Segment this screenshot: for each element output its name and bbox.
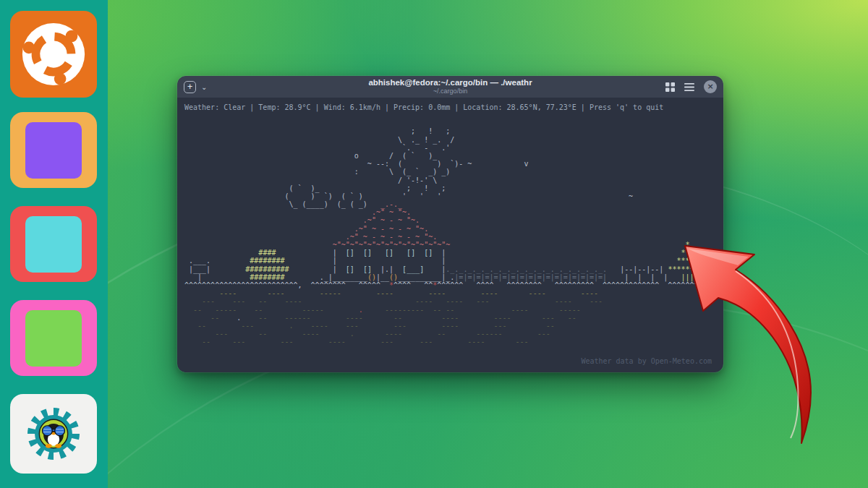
purple-square-app-icon [10, 112, 97, 188]
green-square [25, 310, 82, 367]
terminal-screen[interactable]: Weather: Clear | Temp: 28.9°C | Wind: 6.… [177, 98, 723, 372]
itsfoss-logo-icon [10, 394, 97, 474]
new-tab-button[interactable]: + [184, 81, 196, 93]
cyan-square-app-icon [10, 206, 97, 282]
weather-status-line: Weather: Clear | Temp: 28.9°C | Wind: 6.… [184, 103, 718, 111]
purple-square [25, 122, 82, 179]
terminal-window[interactable]: + ⌄ abhishek@fedora:~/.cargo/bin — ./wea… [177, 76, 723, 372]
window-title: abhishek@fedora:~/.cargo/bin — ./weathr [368, 78, 532, 87]
hamburger-menu-icon[interactable] [684, 83, 694, 91]
ubuntu-logo-icon [10, 11, 97, 98]
left-icon-strip [0, 0, 108, 488]
green-square-app-icon [10, 300, 97, 376]
cyan-square [25, 216, 82, 273]
tab-overview-grid-icon[interactable] [665, 82, 675, 92]
ubuntu-circle-of-friends [18, 19, 89, 90]
gear-penguin-icon [19, 399, 88, 468]
terminal-titlebar[interactable]: + ⌄ abhishek@fedora:~/.cargo/bin — ./wea… [177, 76, 723, 98]
ascii-art: ; ! ; \ ._ ! _. / `. - .' o / ( ` )_ [184, 119, 718, 346]
window-subtitle: ~/.cargo/bin [433, 88, 467, 95]
data-source-credit: Weather data by Open-Meteo.com [581, 357, 712, 365]
chevron-down-icon[interactable]: ⌄ [201, 83, 207, 91]
close-button[interactable]: × [704, 80, 717, 93]
